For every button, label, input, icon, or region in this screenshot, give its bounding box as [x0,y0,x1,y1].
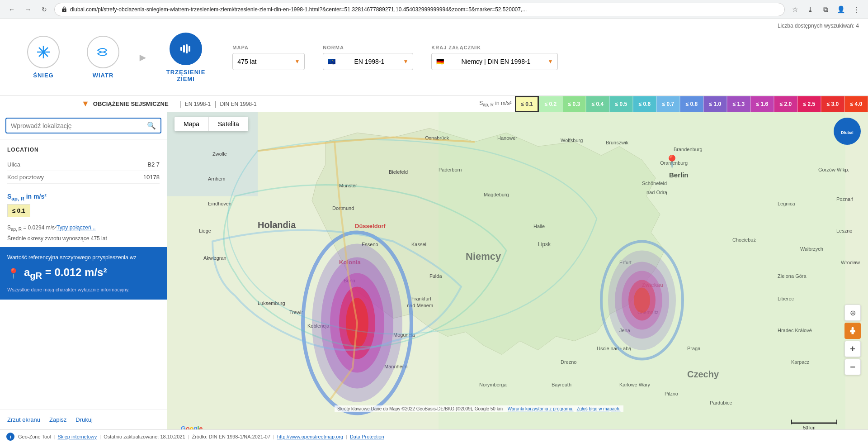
legend-cell-10[interactable]: ≤ 1.6 [750,96,774,112]
svg-point-4 [42,51,45,53]
sap-result-label: Sap, R in m/s² [7,193,160,201]
earthquake-label: TRZĘSIENIEZIEMI [166,69,206,82]
sap-detail: Sap, R = 0.0294 m/s²Typy połączeń... [7,224,160,232]
svg-text:Dlubal: Dlubal [841,130,854,135]
info-box: Wartość referencyjna szczytowego przyspi… [0,247,167,300]
legend-cell-2[interactable]: ≤ 0.3 [562,96,586,112]
wind-icon-circle [87,36,119,68]
street-view-button[interactable] [844,323,861,339]
legend-cell-1[interactable]: ≤ 0.2 [539,96,562,112]
map-area: Mapa Satelita Dlubal [167,112,868,429]
legend-cell-9[interactable]: ≤ 1.3 [727,96,750,112]
agr-formula: agR = 0.012 m/s² [24,264,107,282]
status-sklep[interactable]: Sklep internetowy [57,434,97,439]
tab-mapa[interactable]: Mapa [175,117,209,131]
svg-text:Bielefeld: Bielefeld [389,169,408,175]
location-section: LOCATION Ulica B2 7 Kod pocztowy 10178 [0,139,167,187]
map-svg: Holandia Niemcy Czechy Osnabrück Hanower… [167,112,868,429]
svg-rect-84 [439,112,845,429]
svg-text:Google: Google [181,425,203,430]
kraj-flag: 🇩🇪 [436,58,444,65]
hazard-item-snieg[interactable]: ŚNIEG [18,31,69,83]
map-pin: 📍 [664,154,680,169]
sap-unit-label: Sap, R in m/s² [479,100,511,107]
location-button[interactable]: ⊕ [844,305,861,321]
norma-section: NORMA 🇪🇺 EN 1998-1 ▼ [323,45,413,70]
browser-icons: ☆ ⤓ ⧉ 👤 ⋮ [788,3,863,16]
snow-label: ŚNIEG [33,72,53,79]
bottom-actions: Zrzut ekranu Zapisz Drukuj [0,410,167,429]
terms-link[interactable]: Warunki korzystania z programu, [508,406,574,411]
profile-button[interactable]: 👤 [835,3,847,16]
legend-cell-6[interactable]: ≤ 0.7 [656,96,680,112]
extension-button[interactable]: ⧉ [819,3,832,16]
main-content: 🔍 LOCATION Ulica B2 7 Kod pocztowy 10178… [0,112,868,429]
earthquake-icon-circle [170,33,202,65]
legend-cell-3[interactable]: ≤ 0.4 [586,96,609,112]
hazard-item-trzesienie[interactable]: TRZĘSIENIEZIEMI [157,28,215,87]
refresh-button[interactable]: ↻ [38,3,51,16]
kraj-section: KRAJ ZAŁĄCZNIK 🇩🇪 Niemcy | DIN EN 1998-1… [431,45,558,70]
legend-cell-11[interactable]: ≤ 2.0 [774,96,797,112]
hazard-item-wiatr[interactable]: WIATR [78,31,128,83]
legend-norm2: DIN EN 1998-1 [220,101,256,107]
kod-key: Kod pocztowy [7,174,44,181]
legend-separator2: | [214,100,216,108]
norma-label: NORMA [323,45,413,50]
search-input[interactable] [11,122,147,129]
legend-cell-5[interactable]: ≤ 0.6 [633,96,656,112]
status-icon: i [6,433,14,441]
svg-text:Frankfurt: Frankfurt [411,296,431,301]
person-icon [848,326,857,335]
kod-val: 10178 [143,174,160,181]
legend-cell-4[interactable]: ≤ 0.5 [609,96,633,112]
zoom-out-button[interactable]: − [844,359,861,375]
search-icon[interactable]: 🔍 [147,121,156,130]
svg-rect-8 [189,46,190,52]
srednie-text: Średnie okresy zwrotu wynoszące 475 lat [7,235,160,242]
mapa-dropdown-arrow: ▼ [294,58,300,65]
status-osm[interactable]: http://www.openstreetmap.org [277,434,343,439]
svg-text:Düsseldorf: Düsseldorf [355,223,386,229]
status-bar: i Geo-Zone Tool | Sklep internetowy | Os… [0,429,868,443]
back-button[interactable]: ← [5,3,18,16]
legend-cell-14[interactable]: ≤ 4.0 [844,96,868,112]
address-bar[interactable]: dlubal.com/pl/strefy-obciazenia-sniegiem… [54,3,785,16]
earthquake-icon [179,42,193,56]
search-count: Liczba dostępnych wyszukiwań: 4 [778,23,859,29]
search-input-container: 🔍 [5,118,161,133]
svg-text:Dortmund: Dortmund [332,205,354,211]
location-title: LOCATION [7,147,160,153]
mapa-dropdown[interactable]: 475 lat ▼ [232,53,305,70]
typy-link[interactable]: Typy połączeń... [57,224,96,231]
norma-dropdown[interactable]: 🇪🇺 EN 1998-1 ▼ [323,53,413,70]
lock-icon [61,6,67,13]
tab-satelita[interactable]: Satelita [209,117,248,131]
legend-bar: ▼ OBCIĄŻENIE SEJSMICZNE | EN 1998-1 | DI… [0,96,868,112]
report-error-link[interactable]: Zgłoś błąd w mapach. [576,406,620,411]
arrow-separator: ► [137,51,148,64]
legend-cell-8[interactable]: ≤ 1.0 [703,96,727,112]
zoom-in-button[interactable]: + [844,341,861,357]
legend-cell-7[interactable]: ≤ 0.8 [680,96,703,112]
svg-rect-87 [791,420,792,424]
svg-text:Holandia: Holandia [258,220,296,230]
agr-value: 📍 agR = 0.012 m/s² [7,264,160,282]
app-container: Liczba dostępnych wyszukiwań: 4 ŚNIEG [0,19,868,443]
sap-result: Sap, R in m/s² ≤ 0.1 [7,193,160,217]
zapisz-link[interactable]: Zapisz [49,416,66,423]
bookmark-button[interactable]: ☆ [788,3,801,16]
zrzut-link[interactable]: Zrzut ekranu [7,416,40,423]
status-data-protection[interactable]: Data Protection [350,434,384,439]
drukuj-link[interactable]: Drukuj [75,416,93,423]
menu-button[interactable]: ⋮ [850,3,863,16]
legend-cell-0[interactable]: ≤ 0.1 [515,96,539,112]
map-background[interactable]: Holandia Niemcy Czechy Osnabrück Hanower… [167,112,868,429]
download-button[interactable]: ⤓ [804,3,816,16]
legend-cell-12[interactable]: ≤ 2.5 [797,96,821,112]
kraj-dropdown[interactable]: 🇩🇪 Niemcy | DIN EN 1998-1 ▼ [431,53,558,70]
dlubal-icon: Dlubal [838,122,856,140]
mapa-section: MAPA 475 lat ▼ [232,45,305,70]
legend-cell-13[interactable]: ≤ 3.0 [821,96,844,112]
forward-button[interactable]: → [22,3,34,16]
